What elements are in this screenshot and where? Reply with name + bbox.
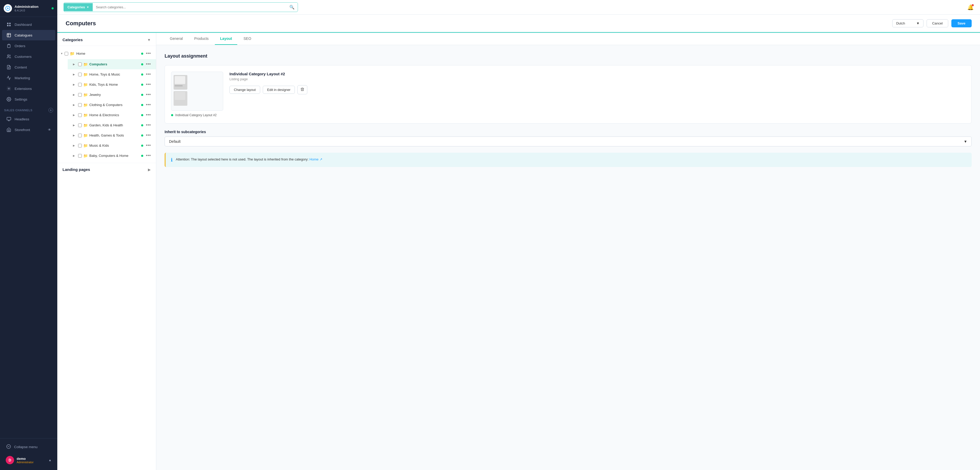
content-icon [6, 65, 11, 70]
htm-checkbox[interactable] [78, 73, 82, 76]
main-nav: Dashboard Catalogues Orders Customers Co… [0, 17, 57, 438]
gkh-expand-icon: ▶ [73, 124, 76, 127]
computers-more-button[interactable]: ••• [145, 61, 152, 67]
mk-checkbox[interactable] [78, 144, 82, 147]
category-health-games-tools[interactable]: ▶ 📁 Health, Games & Tools ••• [68, 130, 156, 140]
hgt-name: Health, Games & Tools [89, 134, 140, 137]
svg-rect-2 [7, 25, 8, 26]
add-sales-channel-button[interactable]: + [48, 108, 53, 113]
search-input[interactable] [93, 3, 286, 11]
categories-chevron-icon[interactable]: ▼ [147, 38, 151, 42]
home-checkbox[interactable] [65, 52, 68, 56]
search-bar: Categories ▼ 🔍 [64, 2, 298, 12]
home-folder-icon: 📁 [70, 51, 75, 56]
sidebar-item-settings[interactable]: Settings [2, 94, 55, 105]
category-home-toys-music[interactable]: ▶ 📁 Home, Toys & Music ••• [68, 69, 156, 80]
change-layout-button[interactable]: Change layout [229, 86, 260, 94]
notifications-button[interactable]: 🔔 [967, 4, 974, 10]
category-home[interactable]: ▼ 📁 Home ••• [57, 48, 156, 59]
he-more-button[interactable]: ••• [145, 112, 152, 118]
kth-checkbox[interactable] [78, 83, 82, 86]
user-avatar: D [6, 456, 14, 464]
subcategories-label: Inherit to subcategories [165, 130, 972, 134]
category-music-kids[interactable]: ▶ 📁 Music & Kids ••• [68, 140, 156, 151]
left-panel: Categories ▼ ▼ 📁 Home ••• [57, 33, 156, 470]
category-kids-toys-home[interactable]: ▶ 📁 Kids, Toys & Home ••• [68, 80, 156, 89]
kth-expand-icon: ▶ [73, 83, 76, 86]
he-checkbox[interactable] [78, 113, 82, 117]
kth-more-button[interactable]: ••• [145, 81, 152, 88]
app-logo [4, 4, 12, 13]
sidebar-item-orders[interactable]: Orders [2, 41, 55, 51]
bch-more-button[interactable]: ••• [145, 152, 152, 159]
sidebar-item-marketing[interactable]: Marketing [2, 73, 55, 83]
gkh-checkbox[interactable] [78, 123, 82, 127]
search-submit-button[interactable]: 🔍 [286, 3, 298, 12]
cc-name: Clothing & Computers [89, 103, 140, 107]
category-home-electronics[interactable]: ▶ 📁 Home & Electronics ••• [68, 110, 156, 120]
cc-checkbox[interactable] [78, 103, 82, 107]
sidebar-item-content[interactable]: Content [2, 62, 55, 72]
gkh-more-button[interactable]: ••• [145, 122, 152, 129]
app-version: 6.4.14.0 [14, 9, 38, 12]
storefront-eye-icon: 👁 [48, 128, 51, 132]
cancel-button[interactable]: Cancel [927, 19, 948, 27]
mk-folder-icon: 📁 [83, 143, 88, 148]
mk-name: Music & Kids [89, 143, 140, 147]
jewelry-more-button[interactable]: ••• [145, 91, 152, 98]
alert-text: Attention: The layout selected here is n… [176, 157, 322, 162]
kth-name: Kids, Toys & Home [89, 83, 140, 86]
subcategories-select[interactable]: Default ▼ [165, 137, 972, 147]
jewelry-checkbox[interactable] [78, 93, 82, 97]
svg-rect-13 [7, 117, 11, 120]
search-type-button[interactable]: Categories ▼ [64, 3, 93, 11]
tab-products[interactable]: Products [189, 33, 214, 45]
page-title: Computers [66, 20, 96, 27]
bch-checkbox[interactable] [78, 154, 82, 158]
save-button[interactable]: Save [951, 19, 972, 27]
home-more-button[interactable]: ••• [145, 50, 152, 57]
tab-layout[interactable]: Layout [215, 33, 237, 45]
he-expand-icon: ▶ [73, 113, 76, 116]
category-clothing-computers[interactable]: ▶ 📁 Clothing & Computers ••• [68, 100, 156, 110]
mk-more-button[interactable]: ••• [145, 142, 152, 149]
svg-rect-4 [7, 33, 11, 37]
layout-status-dot [171, 114, 173, 116]
sidebar-item-extensions[interactable]: Extensions [2, 83, 55, 94]
delete-layout-button[interactable] [298, 85, 307, 94]
layout-preview-name: Individual Category Layout #2 [175, 113, 217, 117]
sidebar-item-customers[interactable]: Customers [2, 51, 55, 62]
hgt-expand-icon: ▶ [73, 134, 76, 137]
sidebar-item-content-label: Content [14, 65, 27, 69]
subcategories-chevron-icon: ▼ [964, 139, 967, 143]
sidebar-item-storefront[interactable]: Storefront 👁 [2, 124, 55, 135]
bch-expand-icon: ▶ [73, 154, 76, 157]
sidebar: Administration 6.4.14.0 Dashboard Catalo… [0, 0, 57, 470]
computers-checkbox[interactable] [78, 62, 82, 66]
user-area[interactable]: D demo Administrator ▲ [2, 453, 55, 467]
sidebar-item-extensions-label: Extensions [14, 87, 32, 91]
category-baby-computers-home[interactable]: ▶ 📁 Baby, Computers & Home ••• [68, 151, 156, 161]
language-selector[interactable]: Dutch ▼ [892, 19, 923, 27]
category-jewelry[interactable]: ▶ 📁 Jewelry ••• [68, 89, 156, 100]
category-garden-kids-health[interactable]: ▶ 📁 Garden, Kids & Health ••• [68, 120, 156, 130]
computers-expand-icon: ▶ [73, 63, 76, 66]
category-computers[interactable]: ▶ 📁 Computers ••• [68, 59, 156, 69]
tab-seo[interactable]: SEO [238, 33, 256, 45]
htm-more-button[interactable]: ••• [145, 71, 152, 78]
sidebar-item-headless[interactable]: Headless [2, 114, 55, 124]
alert-home-link[interactable]: Home ↗ [309, 157, 322, 161]
orders-icon [6, 43, 11, 48]
cc-more-button[interactable]: ••• [145, 102, 152, 108]
hgt-checkbox[interactable] [78, 134, 82, 137]
tab-general[interactable]: General [165, 33, 188, 45]
home-status [141, 53, 143, 55]
landing-pages-section[interactable]: Landing pages ▶ [57, 163, 156, 176]
collapse-menu-button[interactable]: Collapse menu [2, 441, 55, 452]
sidebar-item-catalogues[interactable]: Catalogues [2, 30, 55, 40]
hgt-more-button[interactable]: ••• [145, 132, 152, 139]
sidebar-item-dashboard[interactable]: Dashboard [2, 19, 55, 30]
headless-icon [6, 116, 11, 122]
edit-designer-button[interactable]: Edit in designer [263, 86, 295, 94]
user-role: Administrator [17, 460, 33, 464]
